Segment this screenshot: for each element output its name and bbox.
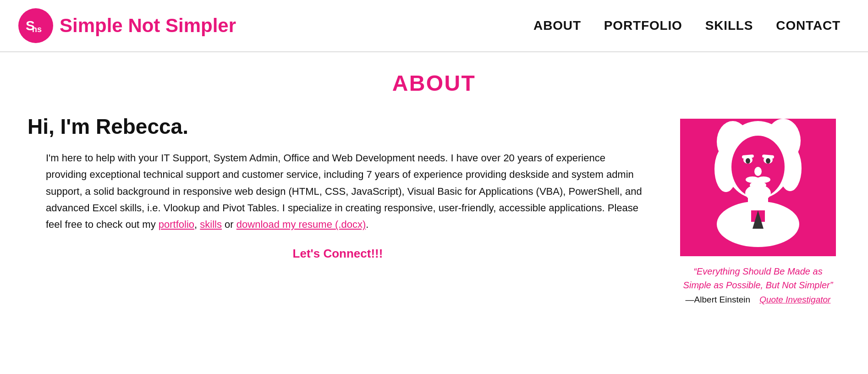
resume-link[interactable]: download my resume (.docx) — [236, 219, 366, 230]
nav-about[interactable]: ABOUT — [533, 18, 581, 33]
quote-investigator-link[interactable]: Quote Investigator — [759, 295, 830, 305]
skills-link[interactable]: skills — [200, 219, 222, 230]
about-body-text: I'm here to help with your IT Support, S… — [46, 150, 648, 233]
quote-author: —Albert Einstein — [686, 295, 751, 305]
svg-point-10 — [746, 158, 750, 164]
brand-name: Simple Not Simpler — [60, 15, 236, 37]
logo-area[interactable]: S ns Simple Not Simpler — [18, 8, 236, 43]
nav-contact[interactable]: CONTACT — [776, 18, 841, 33]
main-content: ABOUT Hi, I'm Rebecca. I'm here to help … — [0, 52, 868, 323]
svg-point-12 — [754, 167, 762, 176]
nav-skills[interactable]: SKILLS — [705, 18, 753, 33]
about-layout: Hi, I'm Rebecca. I'm here to help with y… — [27, 114, 841, 305]
about-right: “Everything Should Be Made as Simple as … — [676, 119, 841, 305]
quote-block: “Everything Should Be Made as Simple as … — [680, 264, 836, 305]
einstein-image — [680, 119, 836, 256]
quote-text: “Everything Should Be Made as Simple as … — [680, 264, 836, 292]
main-nav: ABOUT PORTFOLIO SKILLS CONTACT — [533, 18, 841, 33]
about-or: or — [225, 219, 236, 230]
quote-attribution: —Albert Einstein Quote Investigator — [680, 295, 836, 305]
about-section-title: ABOUT — [27, 71, 841, 96]
nav-portfolio[interactable]: PORTFOLIO — [604, 18, 682, 33]
svg-text:ns: ns — [32, 25, 42, 34]
greeting-heading: Hi, I'm Rebecca. — [27, 114, 648, 139]
about-body-end: . — [366, 219, 368, 230]
lets-connect: Let's Connect!!! — [27, 247, 648, 261]
svg-point-11 — [766, 158, 770, 164]
logo-icon: S ns — [18, 8, 53, 43]
header: S ns Simple Not Simpler ABOUT PORTFOLIO … — [0, 0, 868, 52]
about-left: Hi, I'm Rebecca. I'm here to help with y… — [27, 114, 648, 261]
portfolio-link[interactable]: portfolio — [159, 219, 194, 230]
